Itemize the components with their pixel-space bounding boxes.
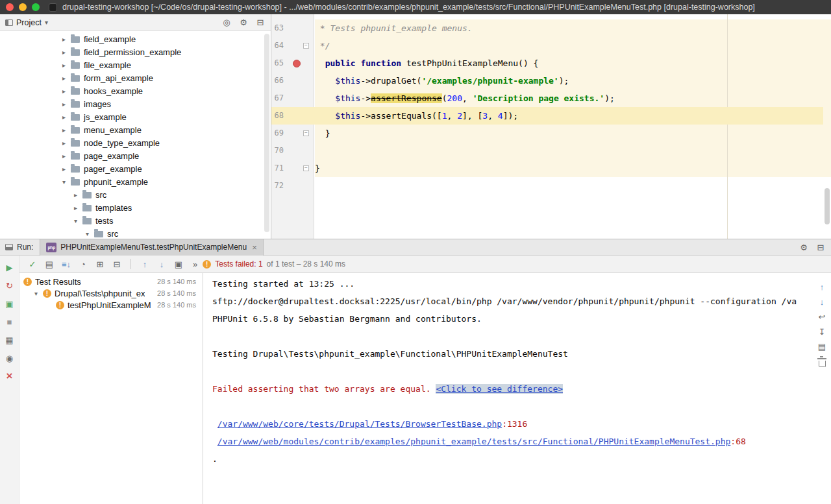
- locate-icon[interactable]: ◎: [221, 18, 232, 27]
- clear-all-icon[interactable]: [819, 361, 826, 367]
- project-tree-item[interactable]: ▸templates: [0, 201, 271, 214]
- close-tab-icon[interactable]: ×: [252, 243, 257, 252]
- project-item-label: file_example: [84, 60, 131, 70]
- chevron-right-icon[interactable]: ▸: [60, 139, 68, 147]
- line-number[interactable]: 70: [271, 142, 291, 160]
- code-area[interactable]: * Tests phpunit_example menus. */ public…: [315, 19, 831, 195]
- code-token: $this: [335, 93, 360, 103]
- editor[interactable]: 63646566676869707172 * Tests phpunit_exa…: [271, 14, 831, 239]
- folder-icon: [82, 218, 92, 224]
- chevron-right-icon[interactable]: ▸: [60, 36, 68, 43]
- chevron-right-icon[interactable]: ▸: [60, 62, 68, 69]
- up-stack-trace-icon[interactable]: ↑: [817, 282, 827, 292]
- run-tab[interactable]: php PHPUnitExampleMenuTest.testPhpUnitEx…: [40, 239, 263, 256]
- test-tree-row[interactable]: ▾!Drupal\Tests\phpunit_ex28 s 140 ms: [19, 287, 203, 299]
- chevron-right-icon[interactable]: ▸: [60, 75, 68, 82]
- chevron-down-icon[interactable]: ▾: [72, 217, 79, 224]
- project-tree-item[interactable]: ▸page_example: [0, 149, 271, 162]
- scroll-to-end-icon[interactable]: ↧: [817, 327, 827, 337]
- settings-gear-icon[interactable]: ⚙: [799, 243, 809, 252]
- project-tree-item[interactable]: ▸js_example: [0, 110, 271, 123]
- close-window-button[interactable]: [6, 3, 14, 11]
- line-number[interactable]: 65: [271, 54, 291, 72]
- line-number[interactable]: 68: [271, 107, 291, 125]
- line-number[interactable]: 72: [271, 177, 291, 195]
- hide-panel-icon[interactable]: ⊟: [255, 18, 266, 27]
- chevron-right-icon[interactable]: ▸: [60, 152, 68, 160]
- collapse-all-icon[interactable]: ⊟: [112, 259, 122, 269]
- minimize-window-button[interactable]: [19, 3, 27, 11]
- chevron-right-icon[interactable]: ▸: [60, 88, 68, 95]
- editor-scrollbar[interactable]: [825, 188, 830, 224]
- project-tree-item[interactable]: ▸field_permission_example: [0, 45, 271, 58]
- line-number-column[interactable]: 63646566676869707172: [271, 19, 291, 195]
- stack-trace-link-browsertestbase[interactable]: /var/www/web/core/tests/Drupal/Tests/Bro…: [217, 419, 502, 429]
- test-tree-row[interactable]: !Test Results28 s 140 ms: [19, 276, 203, 287]
- close-button[interactable]: ×: [4, 370, 16, 382]
- chevron-right-icon[interactable]: ▸: [72, 191, 79, 198]
- stack-trace-link-phpunitexamplemenutest[interactable]: /var/www/web/modules/contrib/examples/ph…: [217, 437, 731, 446]
- restore-layout-button[interactable]: ▦: [4, 334, 16, 346]
- project-tree-item[interactable]: ▸src: [0, 188, 271, 201]
- line-number[interactable]: 71: [271, 160, 291, 177]
- line-number[interactable]: 69: [271, 125, 291, 142]
- see-difference-link[interactable]: <Click to see difference>: [436, 384, 563, 394]
- test-failed-gutter-icon[interactable]: [293, 60, 301, 67]
- project-tree-item[interactable]: ▾src: [0, 227, 271, 239]
- fold-marker-icon[interactable]: −: [303, 43, 309, 49]
- project-tree-item[interactable]: ▾phpunit_example: [0, 175, 271, 188]
- project-tree-item[interactable]: ▸form_api_example: [0, 71, 271, 84]
- project-tree-item[interactable]: ▸menu_example: [0, 123, 271, 136]
- chevron-down-icon[interactable]: ▾: [84, 230, 91, 237]
- toolbar-overflow-icon[interactable]: »: [193, 259, 197, 269]
- show-ignored-icon[interactable]: ▤: [44, 259, 55, 269]
- project-tree-item[interactable]: ▸node_type_example: [0, 136, 271, 149]
- chevron-right-icon[interactable]: ▸: [60, 126, 68, 134]
- test-tree-row[interactable]: !testPhpUnitExampleM28 s 140 ms: [19, 299, 203, 311]
- line-number[interactable]: 63: [271, 19, 291, 37]
- sort-alphabetically-icon[interactable]: ≡↓: [61, 259, 71, 269]
- chevron-right-icon[interactable]: ▸: [60, 165, 68, 173]
- chevron-down-icon[interactable]: ▾: [60, 178, 68, 186]
- sort-by-duration-icon[interactable]: ◔: [78, 259, 88, 269]
- line-number[interactable]: 66: [271, 72, 291, 90]
- rerun-failed-tests-button[interactable]: ↻: [4, 280, 16, 291]
- down-stack-trace-icon[interactable]: ↓: [817, 297, 827, 307]
- line-number[interactable]: 67: [271, 90, 291, 107]
- project-panel-title[interactable]: Project: [16, 18, 42, 27]
- line-number[interactable]: 64: [271, 37, 291, 54]
- chevron-down-icon[interactable]: ▾: [32, 290, 40, 297]
- test-toolbar: ✓▤≡↓◔⊞⊟↑↓▣ » ! Tests failed: 1 of 1 test…: [19, 256, 831, 273]
- stop-button[interactable]: ■: [4, 316, 16, 328]
- project-tree-item[interactable]: ▸hooks_example: [0, 84, 271, 97]
- project-tree-item[interactable]: ▸images: [0, 97, 271, 110]
- project-tree-item[interactable]: ▸pager_example: [0, 162, 271, 175]
- chevron-right-icon[interactable]: ▸: [60, 101, 68, 108]
- soft-wrap-icon[interactable]: ↩: [817, 312, 827, 322]
- hide-panel-icon[interactable]: ⊟: [815, 243, 826, 252]
- settings-gear-icon[interactable]: ⚙: [238, 18, 249, 27]
- toggle-auto-test-button[interactable]: ▣: [4, 298, 16, 309]
- fold-marker-icon[interactable]: −: [303, 165, 309, 171]
- rerun-test-button[interactable]: ▶: [4, 261, 16, 273]
- project-scrollbar[interactable]: [264, 34, 269, 232]
- expand-all-icon[interactable]: ⊞: [95, 259, 105, 269]
- print-icon[interactable]: ▤: [817, 342, 827, 352]
- project-tree-item[interactable]: ▸field_example: [0, 32, 271, 45]
- chevron-down-icon[interactable]: ▾: [45, 19, 48, 26]
- chevron-right-icon[interactable]: ▸: [72, 204, 79, 211]
- hide-passed-icon[interactable]: ✓: [27, 259, 38, 269]
- chevron-right-icon[interactable]: ▸: [60, 49, 68, 56]
- console[interactable]: Testing started at 13:25 ...sftp://docke…: [203, 273, 831, 504]
- code-token: 4: [498, 111, 503, 121]
- code-line: [315, 177, 831, 195]
- project-tree-item[interactable]: ▾tests: [0, 214, 271, 227]
- zoom-window-button[interactable]: [32, 3, 40, 11]
- pin-tab-button[interactable]: ◉: [4, 352, 16, 364]
- next-failed-test-icon[interactable]: ↓: [156, 259, 167, 269]
- chevron-right-icon[interactable]: ▸: [60, 114, 68, 121]
- fold-marker-icon[interactable]: −: [303, 130, 309, 136]
- test-history-icon[interactable]: ▣: [173, 259, 184, 269]
- project-tree-item[interactable]: ▸file_example: [0, 58, 271, 71]
- previous-failed-test-icon[interactable]: ↑: [140, 259, 150, 269]
